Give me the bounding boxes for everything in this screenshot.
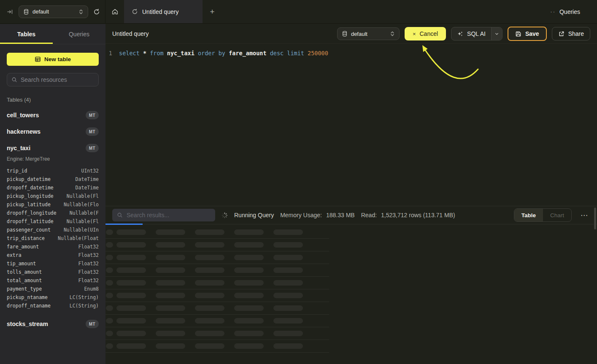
view-tab-chart[interactable]: Chart [543, 209, 571, 221]
queries-label: Queries [559, 8, 580, 15]
cancel-label: Cancel [420, 30, 438, 37]
queries-button[interactable]: ·· Queries [550, 0, 597, 23]
read-stat: Read: 1,523,712 rows (113.71 MB) [361, 212, 455, 218]
view-toggle: Table Chart [514, 208, 572, 222]
column-name: payment_type [7, 286, 42, 292]
column-name: dropoff_datetime [7, 185, 54, 191]
tables-section-label: Tables (4) [7, 97, 99, 103]
read-value: 1,523,712 rows (113.71 MB) [381, 212, 455, 218]
sql-token: desc limit [270, 50, 308, 57]
skeleton-row [105, 226, 329, 239]
sql-ai-main[interactable]: SQL AI [451, 27, 491, 40]
column-type: Float32 [78, 278, 99, 283]
column-list: trip_id UInt32 pickup_datetime DateTime … [7, 167, 99, 310]
table-item-nyc-taxi[interactable]: nyc_taxi MT [7, 144, 99, 152]
sidebar-tab-tables[interactable]: Tables [0, 24, 53, 44]
table-item-stocks-stream[interactable]: stocks_stream MT [7, 320, 99, 328]
column-row: payment_type Enum8 [7, 285, 99, 293]
query-toolbar: Untitled query default × Ca [105, 24, 597, 44]
results-search-input[interactable] [127, 212, 211, 218]
close-icon: × [413, 31, 416, 37]
column-type: DateTime [76, 185, 99, 191]
save-button[interactable]: Save [508, 27, 547, 41]
column-row: extra Float32 [7, 251, 99, 259]
column-type: Nullable(UIn [64, 227, 99, 233]
database-selector-value: default [32, 8, 49, 15]
column-type: UInt32 [81, 168, 99, 174]
column-name: pickup_longitude [7, 193, 54, 199]
column-name: dropoff_ntaname [7, 303, 51, 309]
search-icon [117, 212, 123, 218]
column-row: trip_id UInt32 [7, 167, 99, 175]
column-row: dropoff_latitude Nullable(Fl [7, 217, 99, 226]
column-row: pickup_datetime DateTime [7, 175, 99, 183]
results-panel: Running Query Memory Usage: 188.33 MB Re… [105, 206, 597, 364]
share-button[interactable]: Share [552, 27, 590, 40]
column-name: tolls_amount [7, 269, 42, 275]
database-selector[interactable]: default [19, 5, 88, 18]
column-row: pickup_ntaname LC(String) [7, 293, 99, 302]
sql-ai-dropdown[interactable] [491, 27, 502, 40]
column-type: Nullable(Fl [67, 218, 99, 224]
column-name: extra [7, 252, 22, 258]
column-name: dropoff_latitude [7, 218, 54, 224]
sql-editor[interactable]: 1 select * from nyc_taxi order by fare_a… [105, 44, 597, 205]
column-type: Float32 [78, 252, 99, 258]
engine-badge: MT [86, 127, 99, 136]
column-name: trip_id [7, 168, 27, 174]
topbar-left: default [0, 0, 105, 23]
loading-skeleton [105, 224, 329, 353]
engine-label: Engine: MergeTree [7, 156, 99, 162]
skeleton-row [105, 315, 329, 327]
table-item-hackernews[interactable]: hackernews MT [7, 127, 99, 136]
results-search[interactable] [112, 209, 215, 221]
table-name: stocks_stream [7, 321, 48, 327]
column-name: passenger_count [7, 227, 51, 233]
column-type: Float32 [78, 244, 99, 250]
resource-search-input[interactable] [21, 76, 97, 83]
column-type: Float32 [78, 261, 99, 267]
table-name: hackernews [7, 128, 41, 135]
save-label: Save [525, 30, 539, 37]
cancel-button[interactable]: × Cancel [405, 27, 446, 40]
read-label: Read: [361, 212, 377, 218]
sql-ai-button: SQL AI [451, 27, 502, 40]
sparkles-icon [457, 31, 463, 37]
more-options-button[interactable]: ⋯ [578, 211, 590, 220]
column-type: Nullable(Flo [64, 202, 99, 208]
new-tab-button[interactable]: + [203, 0, 222, 23]
column-type: Nullable(F [70, 210, 99, 216]
sidebar: Tables Queries New table Tables (4) cell… [0, 24, 105, 364]
chevron-down-icon [494, 32, 499, 36]
search-icon [11, 77, 17, 83]
column-type: Float32 [78, 269, 99, 275]
view-tab-table[interactable]: Table [514, 209, 543, 221]
refresh-icon[interactable] [93, 8, 100, 15]
tab-untitled-query[interactable]: Untitled query [124, 0, 203, 23]
query-database-selector[interactable]: default [337, 27, 400, 40]
skeleton-row [105, 302, 329, 315]
sql-token: fare_amount [229, 50, 270, 57]
sql-code: select * from nyc_taxi order by fare_amo… [119, 49, 328, 57]
sidebar-content: New table Tables (4) cell_towers MT hack… [0, 44, 105, 328]
column-row: fare_amount Float32 [7, 243, 99, 251]
sql-token: * [143, 50, 150, 57]
results-scrollbar[interactable] [594, 208, 596, 229]
home-icon[interactable] [105, 0, 124, 23]
sql-line-1: 1 select * from nyc_taxi order by fare_a… [105, 49, 597, 57]
column-row: trip_distance Nullable(Float [7, 234, 99, 243]
sidebar-tab-queries[interactable]: Queries [53, 24, 105, 44]
skeleton-row [105, 251, 329, 264]
column-row: dropoff_datetime DateTime [7, 183, 99, 192]
engine-badge: MT [86, 111, 99, 119]
line-number: 1 [105, 49, 119, 57]
column-type: Nullable(Float [58, 235, 99, 241]
new-table-button[interactable]: New table [7, 53, 99, 66]
query-title: Untitled query [112, 30, 149, 37]
sql-token: select [119, 50, 143, 57]
table-item-cell-towers[interactable]: cell_towers MT [7, 111, 99, 119]
collapse-sidebar-icon[interactable] [7, 8, 14, 15]
column-row: tip_amount Float32 [7, 259, 99, 268]
resource-search[interactable] [7, 73, 99, 86]
engine-badge: MT [86, 320, 99, 328]
